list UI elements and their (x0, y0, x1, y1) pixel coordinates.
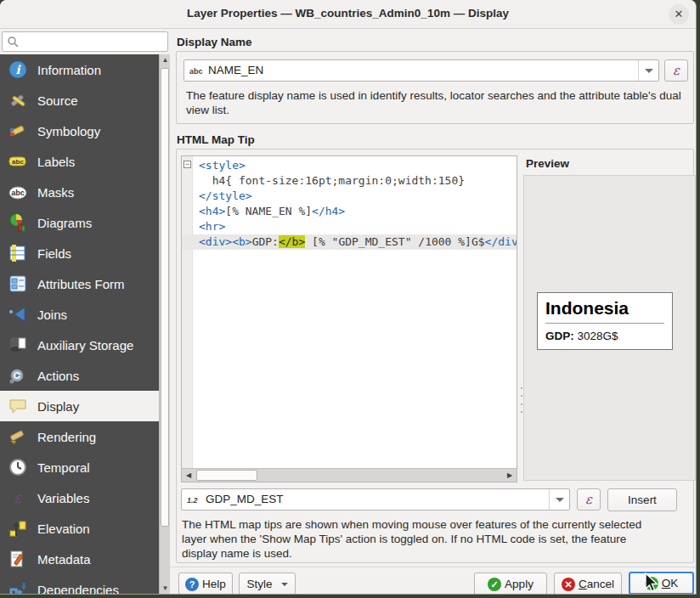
cancel-x-icon: ✕ (562, 578, 575, 591)
info-icon: i (8, 60, 27, 79)
sidebar-item-dependencies[interactable]: Dependencies (0, 574, 159, 595)
labels-icon: abc (8, 152, 27, 171)
apply-button[interactable]: ✓ Apply (474, 573, 547, 595)
sidebar-item-metadata[interactable]: Metadata (0, 544, 159, 574)
masks-icon: abc (8, 183, 27, 201)
sidebar-item-label: Rendering (37, 430, 96, 444)
sidebar-item-label: Dependencies (37, 583, 119, 595)
close-icon[interactable]: ✕ (669, 4, 689, 25)
ok-button[interactable]: ✓ OK (629, 572, 694, 595)
sidebar-item-label: Attributes Form (37, 277, 125, 291)
auxiliary-storage-icon (8, 336, 27, 354)
insert-field-value: GDP_MD_EST (206, 493, 284, 505)
footer-divider (170, 567, 697, 567)
sidebar-item-masks[interactable]: abcMasks (0, 177, 159, 207)
variables-icon: ε (8, 488, 27, 507)
dialog-title: Layer Properties — WB_countries_Admin0_1… (0, 7, 696, 20)
preview-gdp-line: GDP: 3028G$ (545, 330, 664, 342)
sidebar-item-label: Auxiliary Storage (37, 338, 133, 353)
sidebar-scrollbar[interactable]: ▲ ▼ (159, 54, 170, 595)
sidebar-item-label: Source (37, 93, 78, 108)
sidebar-item-label: Temporal (37, 460, 90, 475)
editor-code-line[interactable]: <style> (194, 158, 517, 173)
display-name-expression-button[interactable]: ε (664, 59, 688, 82)
sidebar-item-joins[interactable]: Joins (0, 299, 159, 330)
dependencies-icon (8, 580, 27, 595)
sidebar-item-label: Actions (37, 369, 79, 383)
help-button[interactable]: ? Help (178, 573, 233, 595)
editor-code-line[interactable]: <h4>[% NAME_EN %]</h4> (194, 204, 517, 219)
sidebar-item-label: Joins (37, 307, 67, 322)
sidebar-item-symbology[interactable]: Symbology (0, 116, 159, 146)
display-tab-content: Display Name abc NAME_EN ε The feature d… (170, 29, 697, 595)
map-tip-help: The HTML map tips are shown when moving … (182, 517, 658, 561)
fields-icon (8, 244, 27, 262)
titlebar[interactable]: Layer Properties — WB_countries_Admin0_1… (0, 0, 696, 29)
joins-icon (8, 305, 27, 324)
preview-gdp-label: GDP: (545, 330, 574, 342)
chevron-down-icon[interactable] (638, 60, 658, 81)
svg-text:abc: abc (12, 158, 24, 166)
sidebar-item-source[interactable]: Source (0, 85, 159, 116)
sidebar-item-actions[interactable]: Actions (0, 360, 159, 391)
style-button[interactable]: Style (239, 573, 296, 595)
sidebar-item-fields[interactable]: Fields (0, 238, 159, 268)
maptip-preview-tooltip: Indonesia GDP: 3028G$ (537, 292, 673, 350)
editor-hscrollbar[interactable]: ◀ ▶ (182, 468, 517, 482)
editor-code-line[interactable]: h4{ font-size:16pt;margin:0;width:150} (194, 173, 517, 189)
sidebar-scroll-thumb[interactable] (161, 68, 169, 527)
svg-text:ε: ε (14, 488, 23, 506)
insert-field-combo[interactable]: 1.2 GDP_MD_EST (181, 488, 570, 511)
sidebar-item-label: Fields (37, 246, 71, 261)
editor-code[interactable]: <style> h4{ font-size:16pt;margin:0;widt… (194, 158, 517, 250)
actions-icon (8, 366, 27, 385)
sidebar-item-information[interactable]: iInformation (0, 54, 159, 85)
editor-code-line[interactable]: </style> (194, 189, 517, 204)
sidebar-item-temporal[interactable]: Temporal (0, 452, 159, 482)
attributes-form-icon (8, 274, 27, 293)
sidebar-item-label: Symbology (37, 124, 100, 138)
cancel-button[interactable]: ✕ Cancel (554, 573, 622, 595)
sidebar-item-elevation[interactable]: Elevation (0, 513, 159, 544)
search-input[interactable] (21, 33, 164, 50)
display-name-group: abc NAME_EN ε The feature display name i… (176, 51, 694, 124)
ok-check-icon: ✓ (645, 577, 658, 590)
sidebar-item-label: Information (37, 63, 101, 77)
html-maptip-editor[interactable]: − <style> h4{ font-size:16pt;margin:0;wi… (181, 155, 517, 482)
preview-divider (545, 323, 664, 324)
sidebar-item-display[interactable]: Display (0, 391, 159, 421)
sidebar-item-variables[interactable]: εVariables (0, 482, 159, 513)
diagrams-icon (8, 213, 27, 232)
display-name-combo[interactable]: abc NAME_EN (183, 59, 659, 82)
display-name-section-title: Display Name (177, 36, 252, 48)
fold-collapse-icon[interactable]: − (183, 161, 191, 168)
editor-code-line[interactable]: <div><b>GDP:</b> [% "GDP_MD_EST" /1000 %… (182, 234, 517, 250)
search-icon (7, 36, 19, 48)
text-field-type-icon: abc (189, 67, 203, 76)
sidebar-item-label: Display (37, 399, 79, 414)
display-icon (8, 397, 27, 415)
sidebar-item-attributes-form[interactable]: Attributes Form (0, 268, 159, 299)
layer-properties-dialog: Layer Properties — WB_countries_Admin0_1… (0, 0, 697, 595)
preview-country-name: Indonesia (545, 298, 664, 319)
sidebar-item-diagrams[interactable]: Diagrams (0, 207, 159, 238)
sidebar-item-label: Elevation (37, 522, 90, 536)
scroll-right-icon[interactable]: ▶ (503, 469, 517, 482)
sidebar-item-auxiliary-storage[interactable]: Auxiliary Storage (0, 330, 159, 360)
map-tip-group: − <style> h4{ font-size:16pt;margin:0;wi… (176, 149, 694, 563)
source-icon (8, 91, 27, 110)
symbology-icon (8, 121, 27, 140)
maptip-preview-panel: Indonesia GDP: 3028G$ (523, 175, 696, 481)
scroll-left-icon[interactable]: ◀ (182, 469, 195, 482)
sidebar-item-rendering[interactable]: Rendering (0, 421, 159, 452)
editor-hscroll-thumb[interactable] (196, 470, 257, 481)
insert-button[interactable]: Insert (607, 488, 677, 511)
sidebar-item-labels[interactable]: abcLabels (0, 146, 159, 177)
scroll-up-icon[interactable]: ▲ (160, 54, 170, 66)
chevron-down-icon[interactable] (549, 489, 569, 510)
editor-code-line[interactable]: <hr> (194, 219, 517, 234)
maptip-expression-button[interactable]: ε (577, 488, 601, 511)
scroll-down-icon[interactable]: ▼ (160, 583, 170, 595)
sidebar-item-label: Metadata (37, 552, 91, 567)
sidebar: iInformationSourceSymbologyabcLabelsabcM… (0, 54, 170, 595)
